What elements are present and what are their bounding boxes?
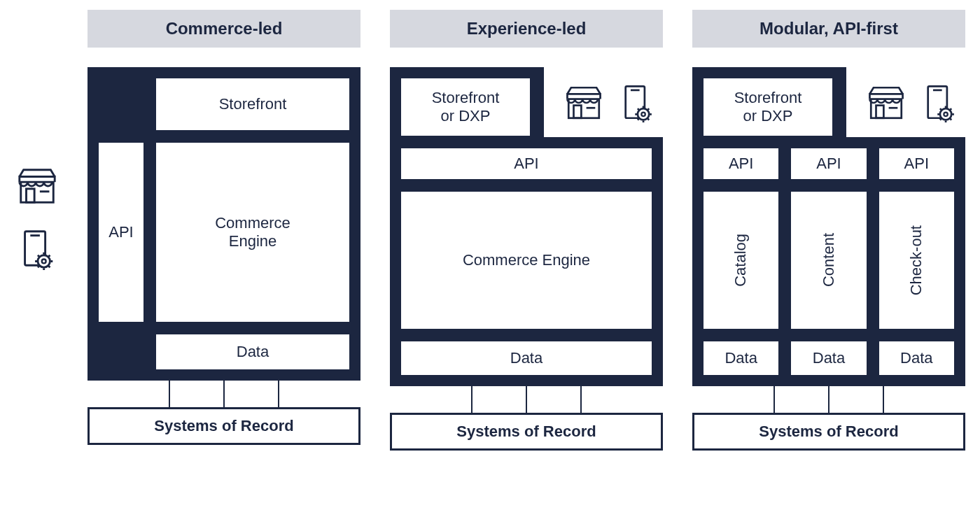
api-box: API (702, 147, 780, 180)
diagram-stage: Commerce-led Storefront API CommerceEngi… (88, 10, 966, 451)
column-title: Commerce-led (88, 10, 360, 48)
commerce-engine-box: Commerce Engine (400, 190, 653, 330)
column-modular-api-first: Modular, API-first Storefrontor DXP API … (692, 10, 965, 451)
storefront-icon (564, 77, 604, 129)
api-box: API (97, 141, 145, 323)
device-gear-icon (919, 77, 960, 129)
storefront-icon (15, 164, 59, 208)
systems-of-record-box: Systems of Record (88, 407, 360, 445)
storefront-box: Storefront (155, 77, 351, 132)
data-box: Data (400, 340, 653, 376)
external-icons (866, 77, 960, 129)
column-experience-led: Experience-led Storefrontor DXP API Comm… (390, 10, 663, 451)
storefront-icon (866, 77, 906, 129)
api-box: API (790, 147, 867, 180)
column-title: Modular, API-first (692, 10, 965, 48)
architecture-stack: Storefront API CommerceEngine Data (88, 67, 360, 381)
systems-of-record-box: Systems of Record (692, 413, 965, 451)
external-icons-left (15, 164, 64, 271)
systems-of-record-box: Systems of Record (390, 413, 663, 451)
external-icons (564, 77, 657, 129)
column-title: Experience-led (390, 10, 663, 48)
data-box: Data (790, 340, 867, 376)
module-name: Catalog (732, 234, 750, 287)
connectors (142, 381, 306, 407)
connectors (747, 386, 911, 413)
storefront-box: Storefrontor DXP (702, 77, 834, 137)
device-gear-icon (617, 77, 657, 129)
commerce-engine-box: CommerceEngine (155, 141, 351, 323)
device-gear-icon (15, 227, 59, 271)
connectors (444, 386, 608, 413)
module-unit: API Content Data (790, 147, 867, 376)
data-box: Data (702, 340, 780, 376)
module-unit: API Catalog Data (702, 147, 780, 376)
module-name: Check-out (907, 225, 925, 295)
column-commerce-led: Commerce-led Storefront API CommerceEngi… (88, 10, 360, 451)
module-unit: API Check-out Data (878, 147, 955, 376)
api-box: API (400, 147, 653, 180)
module-name: Content (820, 233, 838, 287)
data-box: Data (878, 340, 955, 376)
storefront-box: Storefrontor DXP (400, 77, 531, 137)
api-box: API (878, 147, 955, 180)
data-box: Data (155, 333, 351, 371)
